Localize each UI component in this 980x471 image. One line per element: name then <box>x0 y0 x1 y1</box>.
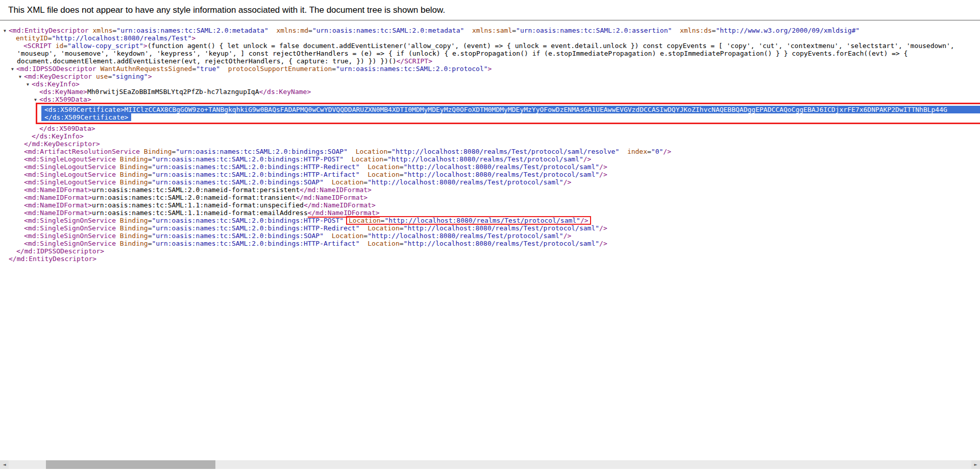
xml-attribute-name: Binding <box>120 171 148 178</box>
xml-tag: <md:SingleSignOnService <box>24 240 120 247</box>
xml-punctuation <box>348 148 356 155</box>
xml-tag: </md:NameIDFormat> <box>296 194 368 201</box>
xml-punctuation <box>359 224 368 232</box>
xml-punctuation <box>268 27 277 34</box>
xml-line: ▼<md:IDPSSODescriptor WantAuthnRequestsS… <box>0 65 980 73</box>
xml-line: </ds:X509Data> <box>0 125 980 132</box>
xml-attribute-value: "0" <box>651 148 663 155</box>
xml-attribute-value: "true" <box>196 65 220 73</box>
xml-tag: /> <box>599 240 607 247</box>
xml-line: <md:SingleLogoutService Binding="urn:oas… <box>0 163 980 171</box>
xml-attribute-value: "http://localhost:8080/realms/Test/proto… <box>404 171 600 178</box>
xml-attribute-value: "urn:oasis:names:tc:SAML:2.0:metadata" <box>312 27 464 34</box>
xml-attribute-value: "urn:oasis:names:tc:SAML:2.0:bindings:HT… <box>152 217 344 224</box>
xml-attribute-value: "http://localhost:8080/realms/Test/proto… <box>404 224 600 232</box>
collapse-toggle-icon[interactable]: ▼ <box>19 73 24 81</box>
xml-attribute-value: "http://localhost:8080/realms/Test/proto… <box>391 148 619 155</box>
xml-tag: /> <box>580 217 589 224</box>
xml-attribute-name: use <box>96 73 108 80</box>
xml-line: <SCRIPT id="allow-copy_script">(function… <box>0 42 980 50</box>
xml-attribute-name: xmlns <box>92 27 112 34</box>
xml-tag: </SCRIPT> <box>397 57 432 65</box>
xml-punctuation: = <box>400 171 404 178</box>
xml-attribute-name: Location <box>368 171 400 178</box>
xml-tag: <ds:KeyInfo> <box>32 80 80 88</box>
collapse-toggle-icon[interactable]: ▼ <box>27 81 32 88</box>
xml-document-tree: ▼<md:EntityDescriptor xmlns="urn:oasis:n… <box>0 20 980 263</box>
xml-attribute-name: Binding <box>120 224 148 232</box>
xml-tag: </md:EntityDescriptor> <box>9 255 96 263</box>
xml-tag: <ds:X509Data> <box>39 96 91 103</box>
xml-line: <md:NameIDFormat>urn:oasis:names:tc:SAML… <box>0 201 980 209</box>
xml-line: ▼<md:KeyDescriptor use="signing"> <box>0 73 980 80</box>
xml-punctuation <box>344 155 352 163</box>
xml-tag: /> <box>663 148 671 155</box>
xml-punctuation: = <box>363 232 368 240</box>
certificate-highlight-box: <ds:X509Certificate>MIIClzCCAX8CBgGOW9zo… <box>36 103 980 124</box>
xml-line: <md:ArtifactResolutionService Binding="u… <box>0 148 980 155</box>
xml-attribute-value: "http://localhost:8080/realms/Test/proto… <box>404 163 600 171</box>
xml-tag: /> <box>564 232 572 240</box>
xml-tag: </md:NameIDFormat> <box>304 201 376 209</box>
xml-attribute-value: "http://localhost:8080/realms/Test" <box>52 34 191 42</box>
xml-tag: </ds:X509Data> <box>39 125 95 132</box>
xml-punctuation: = <box>400 224 404 232</box>
xml-line: <md:NameIDFormat>urn:oasis:names:tc:SAML… <box>0 194 980 201</box>
xml-attribute-value: "allow-copy_script" <box>67 42 143 50</box>
xml-punctuation <box>464 27 472 34</box>
xml-tag: <md:SingleSignOnService <box>24 217 120 224</box>
xml-attribute-value: "urn:oasis:names:tc:SAML:2.0:bindings:SO… <box>152 178 324 186</box>
xml-punctuation <box>324 232 332 240</box>
xml-tag: <md:SingleSignOnService <box>24 232 120 240</box>
xml-attribute-name: Binding <box>120 217 148 224</box>
scrollbar-right-arrow-icon[interactable]: ► <box>971 460 980 469</box>
xml-attribute-name: entityID <box>16 34 48 42</box>
xml-punctuation <box>220 65 228 73</box>
xml-tag: /> <box>599 163 607 171</box>
xml-attribute-name: Binding <box>120 163 148 171</box>
xml-line: <md:SingleSignOnService Binding="urn:oas… <box>0 240 980 247</box>
xml-tag: /> <box>599 171 607 178</box>
xml-attribute-name: Binding <box>120 232 148 240</box>
xml-line: ▼<ds:KeyInfo> <box>0 80 980 88</box>
xml-punctuation: = <box>400 163 404 171</box>
xml-tag: <md:NameIDFormat> <box>24 209 92 217</box>
xml-attribute-name: Location <box>368 240 400 247</box>
collapse-toggle-icon[interactable]: ▼ <box>4 27 9 35</box>
xml-attribute-name: xmlns:saml <box>472 27 512 34</box>
xml-punctuation: = <box>332 65 336 73</box>
xml-attribute-value: "urn:oasis:names:tc:SAML:2.0:bindings:HT… <box>152 163 359 171</box>
xml-attribute-name: Location <box>356 148 388 155</box>
xml-punctuation <box>672 27 680 34</box>
xml-line: ▼<md:EntityDescriptor xmlns="urn:oasis:n… <box>0 27 980 34</box>
xml-tag: > <box>191 34 195 42</box>
horizontal-scrollbar[interactable]: ◄ ► <box>0 460 980 469</box>
selected-certificate-line: </ds:X509Certificate> <box>41 113 131 121</box>
xml-text-node: urn:oasis:names:tc:SAML:1.1:nameid-forma… <box>92 201 304 209</box>
scrollbar-left-arrow-icon[interactable]: ◄ <box>0 460 9 469</box>
xml-line: ▼<ds:X509Data> <box>0 96 980 103</box>
xml-line: <md:SingleLogoutService Binding="urn:oas… <box>0 171 980 178</box>
xml-tag: </ds:X509Certificate> <box>44 113 128 121</box>
xml-tag: <md:NameIDFormat> <box>24 186 92 194</box>
xml-attribute-value: "urn:oasis:names:tc:SAML:2.0:bindings:SO… <box>176 148 348 155</box>
xml-text-node: 'mouseup', 'mousemove', 'keydown', 'keyp… <box>17 50 908 57</box>
xml-attribute-name: Location <box>352 155 384 163</box>
xml-attribute-value: "http://localhost:8080/realms/Test/proto… <box>368 232 564 240</box>
xml-tag: </md:IDPSSODescriptor> <box>16 247 104 255</box>
xml-tag: <md:SingleLogoutService <box>24 178 120 186</box>
collapse-toggle-icon[interactable]: ▼ <box>34 96 39 104</box>
xml-tag: <md:NameIDFormat> <box>24 194 92 201</box>
xml-punctuation: = <box>512 27 516 34</box>
collapse-toggle-icon[interactable]: ▼ <box>11 65 16 73</box>
xml-line: <md:NameIDFormat>urn:oasis:names:tc:SAML… <box>0 209 980 217</box>
xml-punctuation <box>359 171 368 178</box>
no-style-message: This XML file does not appear to have an… <box>0 0 980 20</box>
xml-text-node: (function agent() { let unlock = false d… <box>148 42 954 50</box>
xml-attribute-value: "urn:oasis:names:tc:SAML:2.0:metadata" <box>116 27 268 34</box>
xml-attribute-value: "http://www.w3.org/2000/09/xmldsig#" <box>716 27 860 34</box>
scrollbar-thumb[interactable] <box>46 460 215 469</box>
xml-punctuation: = <box>647 148 651 155</box>
xml-attribute-name: index <box>627 148 647 155</box>
xml-line: </md:EntityDescriptor> <box>0 255 980 263</box>
